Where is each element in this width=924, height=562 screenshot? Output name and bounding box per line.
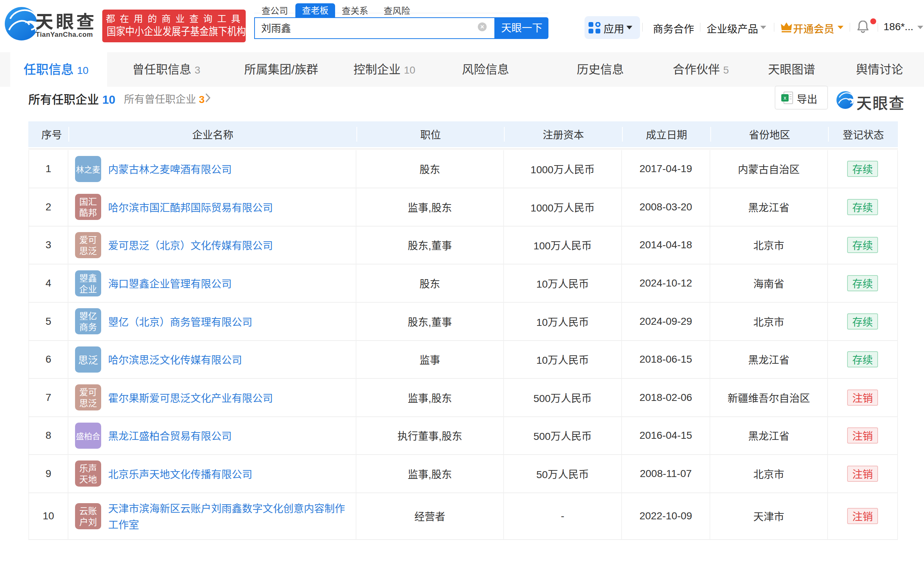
- svg-text:x: x: [783, 94, 786, 101]
